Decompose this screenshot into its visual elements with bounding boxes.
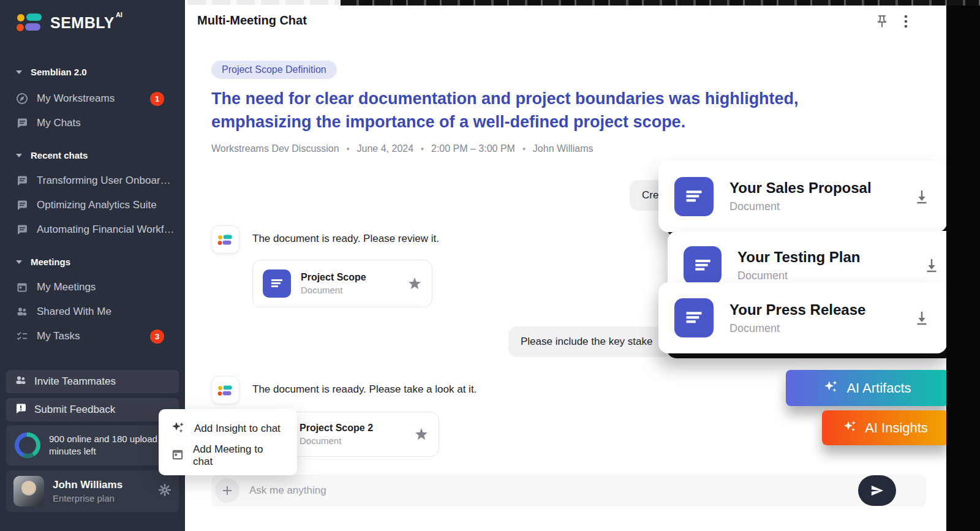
sidebar-item-label: Automating Financial Workflo… (37, 224, 175, 236)
menu-item-label: Add Meeting to chat (193, 443, 285, 468)
sidebar-item-label: Shared With Me (37, 306, 111, 318)
sidebar-item-my-tasks[interactable]: My Tasks 3 (16, 327, 175, 345)
sidebar: SEMBLYAI Semblian 2.0 My Workstreams 1 M… (0, 0, 185, 531)
download-icon[interactable] (913, 187, 931, 206)
chat-icon (16, 224, 28, 236)
topic-tag: Project Scope Definition (211, 61, 337, 79)
kebab-menu-icon (904, 14, 908, 31)
calendar-icon (16, 281, 28, 293)
invite-teammates-button[interactable]: Invite Teammates (6, 370, 179, 393)
chat-context-menu: Add Insight to chat Add Meeting to chat (159, 409, 297, 475)
summary-heading: The need for clear documentation and pro… (211, 87, 900, 134)
artifact-type: Document (729, 200, 872, 213)
meta-separator: • (347, 144, 350, 154)
gear-icon[interactable] (158, 483, 172, 499)
chevron-down-icon (16, 154, 22, 157)
ai-artifacts-button[interactable]: AI Artifacts (786, 370, 949, 406)
sidebar-item-recent-chat-3[interactable]: Automating Financial Workflo… (16, 220, 175, 239)
ai-insights-label: AI Insights (865, 420, 928, 436)
bot-message: The document is reaady. Please take a lo… (252, 383, 477, 396)
document-type: Document (301, 285, 366, 295)
artifact-card-sales-proposal[interactable]: Your Sales Proposal Document (658, 160, 947, 232)
ai-artifacts-label: AI Artifacts (846, 380, 911, 396)
people-icon (16, 306, 28, 318)
document-icon (684, 246, 722, 284)
bot-avatar (211, 376, 239, 404)
artifact-type: Document (729, 322, 865, 335)
invite-teammates-label: Invite Teammates (34, 375, 116, 388)
artifact-title: Your Sales Proposal (729, 179, 872, 197)
sidebar-item-label: My Chats (37, 117, 81, 129)
bot-message: The document is ready. Please review it. (252, 233, 439, 245)
notification-badge: 1 (150, 92, 164, 106)
sidebar-item-my-workstreams[interactable]: My Workstreams 1 (16, 89, 175, 108)
sidebar-item-label: My Workstreams (37, 92, 115, 105)
document-type: Document (300, 435, 373, 446)
meeting-date: June 4, 2024 (357, 143, 414, 154)
section-meetings[interactable]: Meetings (16, 257, 70, 267)
artifact-type: Document (737, 269, 860, 282)
section-label: Semblian 2.0 (31, 67, 87, 77)
frame-right-edge (946, 0, 980, 531)
minutes-remaining-panel[interactable]: 900 online and 180 upload minutes left (6, 425, 179, 465)
message-composer (211, 475, 926, 507)
document-icon (263, 269, 291, 298)
meta-separator: • (421, 144, 424, 154)
download-icon[interactable] (913, 309, 931, 327)
frame-top-edge-light (187, 0, 341, 5)
sidebar-item-shared-with-me[interactable]: Shared With Me (16, 303, 175, 321)
submit-feedback-label: Submit Feedback (34, 404, 115, 416)
user-message-text: Please include the key stake (521, 336, 652, 348)
add-attachment-button[interactable] (215, 478, 239, 503)
sparkle-icon (171, 420, 186, 438)
section-recent-chats[interactable]: Recent chats (16, 150, 88, 160)
star-icon[interactable] (414, 427, 429, 442)
brand-suffix: AI (116, 11, 123, 18)
sidebar-item-my-chats[interactable]: My Chats (16, 114, 175, 132)
user-profile[interactable]: John Williams Enterprise plan (6, 470, 179, 512)
sidebar-item-label: My Tasks (37, 330, 80, 342)
send-button[interactable] (858, 475, 896, 506)
minutes-remaining-text: 900 online and 180 upload minutes left (49, 433, 170, 458)
avatar (13, 476, 44, 507)
document-title: Project Scope 2 (300, 423, 373, 434)
document-card[interactable]: Project Scope Document (252, 260, 432, 307)
sidebar-item-recent-chat-2[interactable]: Optimizing Analytics Suite (16, 196, 175, 214)
meeting-author: John Williams (533, 143, 594, 154)
menu-item-label: Add Insight to chat (194, 423, 281, 435)
section-semblian[interactable]: Semblian 2.0 (16, 67, 87, 77)
menu-item-add-meeting[interactable]: Add Meeting to chat (159, 442, 297, 469)
notification-badge: 3 (150, 330, 164, 344)
meeting-source: Workstreams Dev Discussion (211, 143, 339, 154)
chat-icon (16, 117, 28, 129)
bot-avatar (211, 225, 239, 254)
meta-separator: • (522, 144, 526, 154)
artifact-card-press-release[interactable]: Your Press Release Document (658, 282, 947, 353)
pin-button[interactable] (873, 13, 891, 32)
sidebar-item-label: Optimizing Analytics Suite (37, 199, 157, 211)
brand-name: SEMBLY (50, 14, 115, 31)
sidebar-item-recent-chat-1[interactable]: Transforming User Onboarding (16, 171, 175, 190)
pin-icon (875, 14, 889, 31)
submit-feedback-button[interactable]: Submit Feedback (6, 398, 179, 421)
download-icon[interactable] (922, 256, 941, 274)
feedback-icon (15, 402, 27, 418)
people-icon (15, 374, 27, 390)
menu-item-add-insight[interactable]: Add Insight to chat (159, 415, 297, 442)
frame-top-edge (341, 0, 980, 6)
sidebar-item-my-meetings[interactable]: My Meetings (16, 278, 175, 296)
section-label: Recent chats (31, 150, 88, 160)
sidebar-item-label: My Meetings (37, 281, 96, 293)
more-options-button[interactable] (897, 13, 915, 32)
tasks-icon (16, 330, 28, 342)
chat-icon (16, 175, 28, 187)
compass-icon (16, 92, 28, 105)
sidebar-item-label: Transforming User Onboarding (37, 175, 175, 187)
meeting-time: 2:00 PM – 3:00 PM (431, 143, 515, 154)
sparkle-icon (823, 378, 839, 398)
chevron-down-icon (16, 260, 22, 264)
app-logo[interactable]: SEMBLYAI (16, 12, 123, 34)
star-icon[interactable] (407, 276, 422, 291)
ai-insights-button[interactable]: AI Insights (822, 410, 949, 445)
chat-input[interactable] (239, 484, 922, 497)
